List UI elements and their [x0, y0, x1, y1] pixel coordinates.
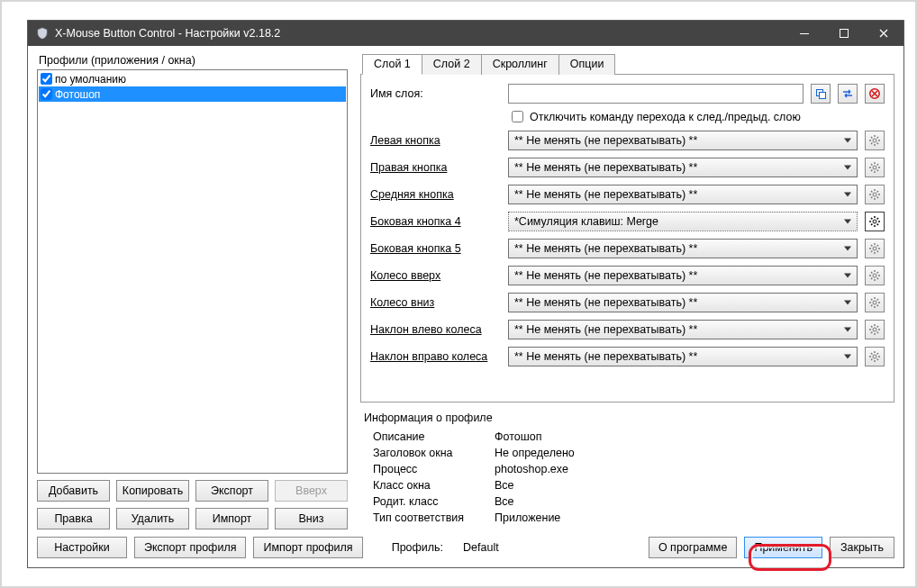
add-button[interactable]: Добавить [37, 480, 110, 502]
rb-gear[interactable] [865, 158, 885, 177]
disable-switch-checkbox[interactable] [512, 111, 523, 122]
delete-button[interactable]: Удалить [116, 508, 189, 529]
tab-scrolling[interactable]: Скроллинг [481, 54, 559, 75]
export-profile-button[interactable]: Экспорт профиля [134, 537, 246, 558]
gear-icon [868, 242, 881, 255]
lb-label: Левая кнопка [370, 134, 501, 147]
tl-gear[interactable] [865, 320, 885, 339]
s5-dropdown[interactable]: ** Не менять (не перехватывать) ** [508, 239, 858, 258]
svg-point-6 [873, 166, 876, 169]
svg-point-10 [873, 274, 876, 277]
svg-rect-0 [800, 33, 809, 34]
close-button[interactable] [864, 21, 903, 46]
profile-info-title: Информация о профиле [364, 412, 891, 424]
s5-gear[interactable] [865, 239, 885, 258]
profile-item-default[interactable]: по умолчанию [39, 71, 346, 86]
minimize-button[interactable] [785, 21, 824, 46]
gear-icon [868, 296, 881, 309]
tr-gear[interactable] [865, 347, 885, 366]
rb-dropdown[interactable]: ** Не менять (не перехватывать) ** [508, 158, 858, 177]
client-area: Профили (приложения / окна) по умолчанию… [28, 46, 903, 567]
profiles-list[interactable]: по умолчанию Фотошоп [37, 69, 348, 474]
mb-label: Средняя кнопка [370, 188, 501, 201]
wu-dropdown[interactable]: ** Не менять (не перехватывать) ** [508, 266, 858, 285]
profile-checkbox[interactable] [41, 88, 52, 100]
lb-dropdown[interactable]: ** Не менять (не перехватывать) ** [508, 131, 858, 150]
pi-desc-v: Фотошоп [495, 430, 891, 443]
profiles-header: Профили (приложения / окна) [37, 53, 348, 69]
close-button-bottom[interactable]: Закрыть [830, 537, 894, 558]
svg-point-12 [873, 328, 876, 331]
tab-layer2[interactable]: Слой 2 [422, 54, 482, 75]
s5-label: Боковая кнопка 5 [370, 242, 501, 255]
gear-icon [868, 323, 881, 336]
svg-point-5 [873, 139, 876, 142]
tabs: Слой 1 Слой 2 Скроллинг Опции [362, 53, 894, 74]
gear-icon [868, 134, 881, 147]
profile-item-photoshop[interactable]: Фотошоп [39, 86, 346, 102]
gear-icon [868, 269, 881, 282]
svg-point-11 [873, 301, 876, 304]
pi-pcls-k: Родит. класс [364, 495, 495, 508]
app-icon [35, 26, 50, 41]
about-button[interactable]: О программе [649, 537, 737, 558]
wu-gear[interactable] [865, 266, 885, 285]
wu-label: Колесо вверх [370, 269, 501, 282]
svg-point-13 [873, 355, 876, 358]
pi-pcls-v: Все [495, 495, 891, 508]
reset-layer-button[interactable] [865, 84, 885, 104]
svg-rect-3 [820, 93, 826, 99]
pi-mt-v: Приложение [495, 511, 891, 524]
import-button[interactable]: Импорт [195, 508, 268, 529]
maximize-button[interactable] [824, 21, 864, 46]
copy-layer-button[interactable] [811, 84, 831, 104]
down-button[interactable]: Вниз [275, 508, 348, 529]
import-profile-button[interactable]: Импорт профиля [253, 537, 362, 558]
profile-checkbox[interactable] [41, 73, 52, 85]
wd-gear[interactable] [865, 293, 885, 312]
svg-rect-1 [840, 30, 849, 38]
swap-layer-button[interactable] [838, 84, 858, 104]
edit-button[interactable]: Правка [37, 508, 110, 529]
profile-label: Фотошоп [55, 88, 100, 101]
apply-button[interactable]: Применить [744, 537, 822, 558]
s4-dropdown[interactable]: *Симуляция клавиш: Merge [508, 212, 858, 231]
layer-panel: Слой 1 Слой 2 Скроллинг Опции Имя слоя: [360, 53, 894, 529]
export-button[interactable]: Экспорт [195, 480, 268, 502]
current-profile: Профиль: Default [392, 541, 499, 554]
app-window: X-Mouse Button Control - Настройки v2.18… [27, 20, 904, 568]
tr-label: Наклон вправо колеса [370, 350, 501, 363]
svg-point-9 [873, 247, 876, 250]
rb-label: Правая кнопка [370, 161, 501, 174]
titlebar: X-Mouse Button Control - Настройки v2.18… [28, 21, 903, 46]
s4-label: Боковая кнопка 4 [370, 215, 501, 228]
tl-label: Наклон влево колеса [370, 323, 501, 336]
profile-value: Default [463, 541, 499, 554]
pi-cls-v: Все [495, 479, 891, 492]
layer-name-input[interactable] [508, 84, 804, 104]
disable-switch-label: Отключить команду перехода к след./преды… [530, 111, 801, 123]
svg-point-7 [873, 193, 876, 196]
tab-layer1[interactable]: Слой 1 [362, 54, 422, 75]
pi-desc-k: Описание [364, 430, 495, 443]
s4-gear[interactable] [865, 212, 885, 231]
gear-icon [868, 188, 881, 201]
pi-proc-v: photoshop.exe [495, 463, 891, 475]
bottom-bar: Настройки Экспорт профиля Импорт профиля… [37, 537, 894, 558]
tab-body: Имя слоя: [360, 74, 894, 403]
mb-dropdown[interactable]: ** Не менять (не перехватывать) ** [508, 185, 858, 204]
profile-key: Профиль: [392, 541, 443, 554]
gear-icon [868, 350, 881, 363]
pi-mt-k: Тип соответствия [364, 511, 495, 524]
pi-wt-k: Заголовок окна [364, 447, 495, 459]
wd-dropdown[interactable]: ** Не менять (не перехватывать) ** [508, 293, 858, 312]
tl-dropdown[interactable]: ** Не менять (не перехватывать) ** [508, 320, 858, 339]
settings-button[interactable]: Настройки [37, 537, 127, 558]
pi-cls-k: Класс окна [364, 479, 495, 492]
tab-options[interactable]: Опции [558, 54, 616, 75]
lb-gear[interactable] [865, 131, 885, 150]
tr-dropdown[interactable]: ** Не менять (не перехватывать) ** [508, 347, 858, 366]
mb-gear[interactable] [865, 185, 885, 204]
copy-button[interactable]: Копировать [116, 480, 189, 502]
profile-info: Информация о профиле ОписаниеФотошоп Заг… [360, 408, 894, 529]
